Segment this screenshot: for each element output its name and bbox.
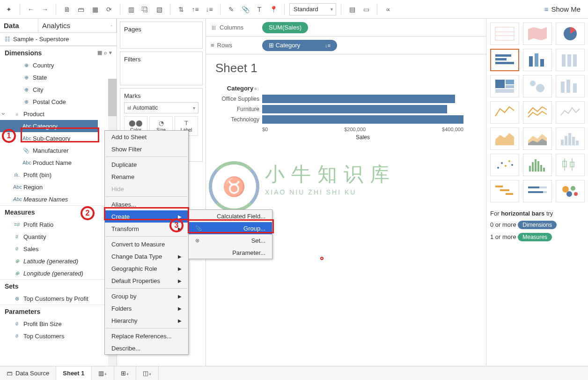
rows-pill-category[interactable]: ⊞ Category↓≡ xyxy=(262,40,337,51)
pages-card[interactable]: Pages xyxy=(120,22,203,49)
bar-0[interactable] xyxy=(262,95,455,103)
search-icon[interactable]: ⌕ xyxy=(104,50,107,56)
thumb-box[interactable] xyxy=(556,154,585,176)
save-button[interactable]: 🗎 xyxy=(61,3,73,15)
ctx-duplicate[interactable]: Duplicate xyxy=(105,158,188,171)
columns-shelf[interactable]: ⫼Columns SUM(Sales) xyxy=(206,19,486,37)
dim-manufacturer[interactable]: 📎Manufacturer xyxy=(0,144,117,156)
thumb-area-stacked[interactable] xyxy=(523,127,552,150)
thumb-pie[interactable] xyxy=(556,22,585,45)
ctx-add-to-sheet[interactable]: Add to Sheet xyxy=(105,131,188,143)
dim-country[interactable]: ⊕Country xyxy=(0,59,117,71)
meas-profitratio[interactable]: =#Profit Ratio xyxy=(0,218,117,231)
thumb-gantt[interactable] xyxy=(490,180,519,202)
presentation-button[interactable]: ▭ xyxy=(360,3,372,15)
sub-set[interactable]: ⊗Set... xyxy=(189,234,272,246)
dim-measurenames[interactable]: AbcMeasure Names xyxy=(0,193,117,205)
columns-pill-sales[interactable]: SUM(Sales) xyxy=(262,22,308,33)
data-source-row[interactable]: ☷ Sample - Superstore xyxy=(0,33,117,46)
back-button[interactable]: ← xyxy=(25,3,37,15)
new-datasource-button[interactable]: 🗃 xyxy=(75,3,87,15)
show-me-button[interactable]: ≡ Show Me xyxy=(540,0,585,19)
data-source-tab[interactable]: 🗃Data Source xyxy=(0,366,56,380)
meas-lat[interactable]: ⊕Latitude (generated) xyxy=(0,255,117,267)
dim-region[interactable]: AbcRegion xyxy=(0,181,117,193)
logo-icon[interactable]: ✦ xyxy=(3,3,15,15)
new-dashboard-tab[interactable]: ⊞₊ xyxy=(114,366,136,380)
measures-pill: Measures xyxy=(518,233,552,241)
dim-productname[interactable]: AbcProduct Name xyxy=(0,156,117,169)
dim-city[interactable]: ⊕City xyxy=(0,83,117,96)
ctx-describe[interactable]: Describe... xyxy=(105,342,188,354)
pause-button[interactable]: ▦ xyxy=(89,3,101,15)
label-button[interactable]: T xyxy=(253,3,265,15)
rows-shelf[interactable]: ≡Rows ⊞ Category↓≡ xyxy=(206,37,486,54)
highlight-button[interactable]: ✎ xyxy=(225,3,237,15)
thumb-scatter[interactable] xyxy=(490,154,519,176)
thumb-circle[interactable] xyxy=(523,75,552,97)
fit-select[interactable]: Standard xyxy=(289,3,336,15)
ctx-geo[interactable]: Geographic Role▶ xyxy=(105,262,188,275)
tab-analytics[interactable]: Analytics◦ xyxy=(38,19,117,32)
set-topcust[interactable]: ⊗Top Customers by Profit xyxy=(0,292,117,305)
thumb-hist2[interactable] xyxy=(523,154,552,176)
dim-state[interactable]: ⊕State xyxy=(0,71,117,83)
sort-asc-button[interactable]: ↑≡ xyxy=(189,3,201,15)
sheet-title[interactable]: Sheet 1 xyxy=(215,61,477,75)
thumb-area[interactable] xyxy=(490,127,519,150)
swap-button[interactable]: ⇅ xyxy=(175,3,187,15)
ctx-groupby[interactable]: Group by▶ xyxy=(105,290,188,302)
sheet1-tab[interactable]: Sheet 1 xyxy=(56,366,91,380)
meas-lon[interactable]: ⊕Longitude (generated) xyxy=(0,267,117,279)
ctx-defaults[interactable]: Default Properties▶ xyxy=(105,275,188,287)
dim-postal[interactable]: ⊕Postal Code xyxy=(0,96,117,108)
thumb-side-bars[interactable] xyxy=(556,75,585,97)
dim-product[interactable]: ⬨Product xyxy=(0,108,117,120)
thumb-line[interactable] xyxy=(490,101,519,124)
thumb-text-table[interactable] xyxy=(490,22,519,45)
tab-data[interactable]: Data xyxy=(0,19,38,32)
ctx-convert[interactable]: Convert to Measure xyxy=(105,238,188,250)
thumb-treemap[interactable] xyxy=(490,75,519,97)
ctx-change-type[interactable]: Change Data Type▶ xyxy=(105,250,188,262)
new-worksheet-tab[interactable]: ▥₊ xyxy=(92,366,114,380)
ctx-show-filter[interactable]: Show Filter xyxy=(105,143,188,155)
refresh-button[interactable]: ⟳ xyxy=(103,3,115,15)
thumb-packed[interactable] xyxy=(556,180,585,202)
ctx-hierarchy[interactable]: Hierarchy▶ xyxy=(105,314,188,327)
dim-profitbin[interactable]: ılı.Profit (bin) xyxy=(0,169,117,181)
bar-1[interactable] xyxy=(262,105,447,113)
sort-desc-button[interactable]: ↓≡ xyxy=(203,3,215,15)
ctx-hide[interactable]: Hide xyxy=(105,183,188,195)
clear-button[interactable]: ▧ xyxy=(153,3,165,15)
thumb-line-multi[interactable] xyxy=(556,101,585,124)
cards-button[interactable]: ▤ xyxy=(346,3,358,15)
thumb-line2[interactable] xyxy=(523,101,552,124)
forward-button[interactable]: → xyxy=(39,3,51,15)
svg-rect-23 xyxy=(565,136,567,145)
filters-card[interactable]: Filters xyxy=(120,52,203,85)
ctx-rename[interactable]: Rename xyxy=(105,171,188,183)
thumb-stacked-bar[interactable] xyxy=(556,49,585,71)
thumb-vbar[interactable] xyxy=(523,49,552,71)
share-button[interactable]: ∝ xyxy=(382,3,394,15)
ctx-replace[interactable]: Replace References... xyxy=(105,330,188,342)
thumb-bullet[interactable] xyxy=(523,180,552,202)
thumb-map[interactable] xyxy=(523,22,552,45)
meas-sales[interactable]: #Sales xyxy=(0,243,117,255)
thumb-hbar[interactable] xyxy=(490,49,519,71)
bar-2[interactable] xyxy=(262,115,463,124)
duplicate-button[interactable]: ⿻ xyxy=(139,3,151,15)
view-icon[interactable]: ▦ xyxy=(97,50,102,56)
marks-type-select[interactable]: ıılAutomatic xyxy=(124,102,198,113)
ctx-folders[interactable]: Folders▶ xyxy=(105,302,188,314)
meas-quantity[interactable]: #Quantity xyxy=(0,231,117,243)
new-story-tab[interactable]: ◫₊ xyxy=(136,366,159,380)
param-profitbinsize[interactable]: #Profit Bin Size xyxy=(0,318,117,330)
sub-parameter[interactable]: Parameter... xyxy=(189,246,272,259)
pin-button[interactable]: 📍 xyxy=(267,3,279,15)
group-button[interactable]: 📎 xyxy=(239,3,251,15)
new-worksheet-button[interactable]: ▥ xyxy=(125,3,137,15)
thumb-histogram[interactable] xyxy=(556,127,585,150)
param-topcustomers[interactable]: #Top Customers xyxy=(0,330,117,342)
